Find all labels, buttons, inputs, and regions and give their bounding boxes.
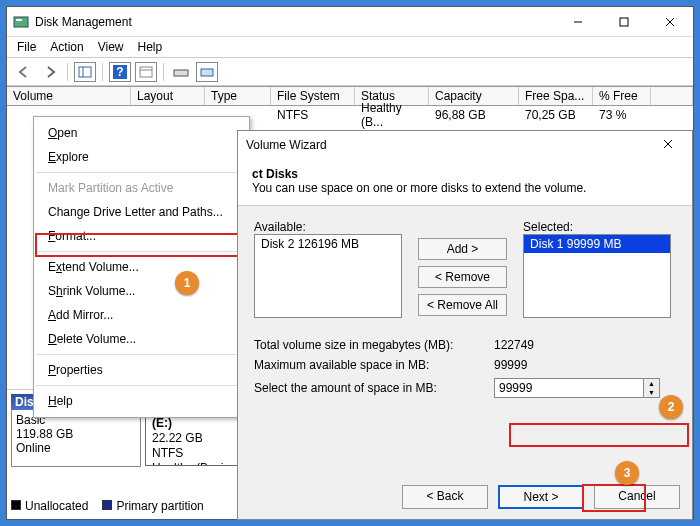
toolbar-icon-2[interactable] [135,62,157,82]
toolbar-icon-3[interactable] [170,62,192,82]
cell-free: 70,25 GB [519,108,593,122]
available-listbox[interactable]: Disk 2 126196 MB [254,234,402,318]
annotation-badge-1: 1 [175,271,199,295]
ctx-explore[interactable]: Explore [34,145,249,169]
svg-rect-6 [79,67,91,77]
menu-action[interactable]: Action [50,40,83,54]
selected-label: Selected: [523,220,671,234]
next-button[interactable]: Next > [498,485,584,509]
svg-rect-0 [14,17,28,27]
cell-capacity: 96,88 GB [429,108,519,122]
toolbar-icon-4[interactable] [196,62,218,82]
back-icon[interactable] [13,62,35,82]
cell-fs: NTFS [271,108,355,122]
col-pct[interactable]: % Free [593,87,651,105]
volume-size: 22.22 GB NTFS [152,431,203,460]
legend: Unallocated Primary partition [11,499,204,513]
svg-rect-13 [201,69,213,76]
col-volume[interactable]: Volume [7,87,131,105]
spinner[interactable]: ▲▼ [644,378,660,398]
legend-unallocated: Unallocated [25,499,88,513]
wizard-title: Volume Wizard [246,138,652,152]
spinner-up-icon[interactable]: ▲ [644,379,659,388]
menu-view[interactable]: View [98,40,124,54]
minimize-button[interactable] [555,7,601,37]
help-icon[interactable]: ? [109,62,131,82]
max-space-label: Maximum available space in MB: [254,358,494,372]
context-menu: Open Explore Mark Partition as Active Ch… [33,116,250,418]
ctx-mark-active: Mark Partition as Active [34,176,249,200]
menu-help[interactable]: Help [138,40,163,54]
app-icon [13,14,29,30]
disk-management-window: Disk Management File Action View Help ? … [6,6,694,520]
select-space-label: Select the amount of space in MB: [254,381,494,395]
col-free[interactable]: Free Spa... [519,87,593,105]
forward-icon[interactable] [39,62,61,82]
wizard-header: ct Disks You can use space on one or mor… [238,159,692,206]
available-label: Available: [254,220,402,234]
close-button[interactable] [647,7,693,37]
ctx-open[interactable]: Open [34,121,249,145]
total-size-label: Total volume size in megabytes (MB): [254,338,494,352]
col-capacity[interactable]: Capacity [429,87,519,105]
spinner-down-icon[interactable]: ▼ [644,388,659,397]
annotation-badge-3: 3 [615,461,639,485]
cancel-button[interactable]: Cancel [594,485,680,509]
ctx-change-letter[interactable]: Change Drive Letter and Paths... [34,200,249,224]
legend-unallocated-icon [11,500,21,510]
legend-primary: Primary partition [116,499,203,513]
list-item[interactable]: Disk 1 99999 MB [524,235,670,253]
ctx-help[interactable]: Help [34,389,249,413]
toolbar: ? [7,58,693,86]
titlebar: Disk Management [7,7,693,37]
svg-rect-10 [140,67,152,77]
col-fs[interactable]: File System [271,87,355,105]
add-button[interactable]: Add > [418,238,507,260]
ctx-properties[interactable]: Properties [34,358,249,382]
max-space-value: 99999 [494,358,654,372]
ctx-add-mirror[interactable]: Add Mirror... [34,303,249,327]
col-type[interactable]: Type [205,87,271,105]
remove-all-button[interactable]: < Remove All [418,294,507,316]
wizard-subheading: You can use space on one or more disks t… [252,181,678,195]
svg-rect-3 [620,18,628,26]
svg-rect-12 [174,70,188,76]
back-button[interactable]: < Back [402,485,488,509]
wizard-close-button[interactable] [652,138,684,152]
cell-status: Healthy (B... [355,101,429,129]
legend-primary-icon [102,500,112,510]
ctx-shrink-volume[interactable]: Shrink Volume... [34,279,249,303]
menu-file[interactable]: File [17,40,36,54]
list-item[interactable]: Disk 2 126196 MB [255,235,401,253]
disk-size: 119.88 GB [16,427,136,441]
space-input[interactable] [494,378,644,398]
ctx-delete-volume[interactable]: Delete Volume... [34,327,249,351]
ctx-extend-volume[interactable]: Extend Volume... [34,255,249,279]
svg-text:?: ? [116,65,123,79]
toolbar-icon-1[interactable] [74,62,96,82]
annotation-badge-2: 2 [659,395,683,419]
svg-rect-1 [16,19,22,21]
volume-grid-header: Volume Layout Type File System Status Ca… [7,86,693,106]
col-layout[interactable]: Layout [131,87,205,105]
volume-status: Healthy (Basic Data [152,461,229,466]
wizard-heading: ct Disks [252,167,678,181]
maximize-button[interactable] [601,7,647,37]
disk-status: Online [16,441,136,455]
menubar: File Action View Help [7,37,693,58]
window-title: Disk Management [35,15,132,29]
cell-pct: 73 % [593,108,651,122]
ctx-format[interactable]: Format... [34,224,249,248]
total-size-value: 122749 [494,338,654,352]
selected-listbox[interactable]: Disk 1 99999 MB [523,234,671,318]
remove-button[interactable]: < Remove [418,266,507,288]
